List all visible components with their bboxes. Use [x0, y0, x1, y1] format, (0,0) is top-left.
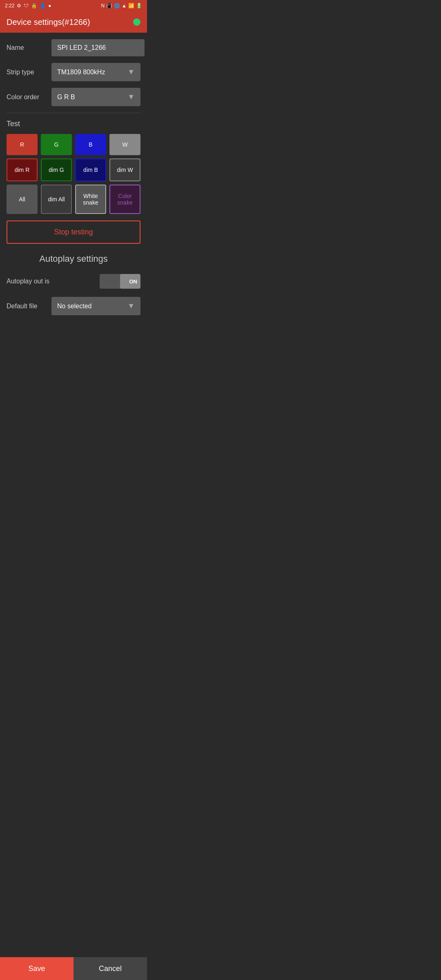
- signal-bars: 📶: [128, 3, 134, 9]
- name-label: Name: [7, 44, 51, 51]
- signal-icon: 🌐: [114, 3, 120, 9]
- test-btn-dim-w[interactable]: dim W: [109, 158, 140, 181]
- default-file-chevron: ▼: [127, 302, 135, 310]
- strip-type-select[interactable]: TM1809 800kHz ▼: [51, 63, 140, 81]
- test-row-2: dim R dim G dim B dim W: [7, 158, 140, 181]
- test-row-1: R G B W: [7, 134, 140, 155]
- default-file-select[interactable]: No selected ▼: [51, 297, 140, 315]
- account-icon: 👤: [40, 3, 46, 9]
- name-row: Name: [7, 39, 140, 56]
- test-btn-color-snake[interactable]: Color snake: [109, 185, 140, 214]
- top-bar: Device settings(#1266): [0, 11, 147, 33]
- content-area: Name Strip type TM1809 800kHz ▼ Color or…: [0, 33, 147, 357]
- autoplay-out-row: Autoplay out is ON: [7, 274, 140, 289]
- status-time: 2:22: [5, 3, 14, 9]
- page-title: Device settings(#1266): [7, 18, 90, 27]
- test-row-3: All dim All White snake Color snake: [7, 185, 140, 214]
- test-btn-white-snake[interactable]: White snake: [75, 185, 106, 214]
- strip-type-chevron: ▼: [127, 68, 135, 76]
- connection-status-dot: [133, 18, 140, 26]
- test-btn-all[interactable]: All: [7, 185, 38, 214]
- name-input[interactable]: [51, 39, 145, 56]
- color-order-chevron: ▼: [127, 93, 135, 101]
- test-btn-r[interactable]: R: [7, 134, 38, 155]
- test-btn-dim-all[interactable]: dim All: [41, 185, 72, 214]
- battery-icon: 🔋: [136, 3, 142, 9]
- strip-type-row: Strip type TM1809 800kHz ▼: [7, 63, 140, 81]
- strip-type-value: TM1809 800kHz: [57, 69, 105, 76]
- test-section: Test R G B W dim R dim G dim B dim W All…: [7, 120, 140, 254]
- color-order-label: Color order: [7, 94, 51, 101]
- security-icon: 🔒: [31, 3, 37, 9]
- shield-icon: 🛡: [24, 3, 29, 9]
- autoplay-section: Autoplay settings Autoplay out is ON Def…: [7, 254, 140, 315]
- status-bar-left: 2:22 ⚙ 🛡 🔒 👤 ●: [5, 3, 51, 9]
- test-btn-w[interactable]: W: [109, 134, 140, 155]
- settings-icon: ⚙: [17, 3, 21, 9]
- dot-icon: ●: [48, 3, 51, 9]
- color-order-select[interactable]: G R B ▼: [51, 88, 140, 106]
- color-order-value: G R B: [57, 94, 75, 101]
- section-divider: [7, 113, 140, 113]
- autoplay-out-label: Autoplay out is: [7, 278, 49, 285]
- default-file-value: No selected: [57, 303, 92, 310]
- vibrate-icon: 📳: [106, 3, 112, 9]
- test-btn-dim-b[interactable]: dim B: [75, 158, 106, 181]
- stop-testing-button[interactable]: Stop testing: [7, 220, 140, 244]
- bottom-padding: [7, 322, 140, 350]
- strip-type-label: Strip type: [7, 69, 51, 76]
- default-file-label: Default file: [7, 303, 51, 310]
- toggle-on-label: ON: [129, 278, 138, 285]
- wifi-icon: ▲: [122, 3, 127, 9]
- color-order-row: Color order G R B ▼: [7, 88, 140, 106]
- test-btn-dim-g[interactable]: dim G: [41, 158, 72, 181]
- test-btn-dim-r[interactable]: dim R: [7, 158, 38, 181]
- status-bar: 2:22 ⚙ 🛡 🔒 👤 ● N 📳 🌐 ▲ 📶 🔋: [0, 0, 147, 11]
- test-btn-g[interactable]: G: [41, 134, 72, 155]
- status-bar-right: N 📳 🌐 ▲ 📶 🔋: [101, 3, 142, 9]
- default-file-row: Default file No selected ▼: [7, 297, 140, 315]
- autoplay-toggle[interactable]: ON: [100, 274, 140, 289]
- autoplay-section-title: Autoplay settings: [7, 254, 140, 264]
- test-btn-b[interactable]: B: [75, 134, 106, 155]
- nfc-icon: N: [101, 3, 105, 9]
- test-section-title: Test: [7, 120, 140, 128]
